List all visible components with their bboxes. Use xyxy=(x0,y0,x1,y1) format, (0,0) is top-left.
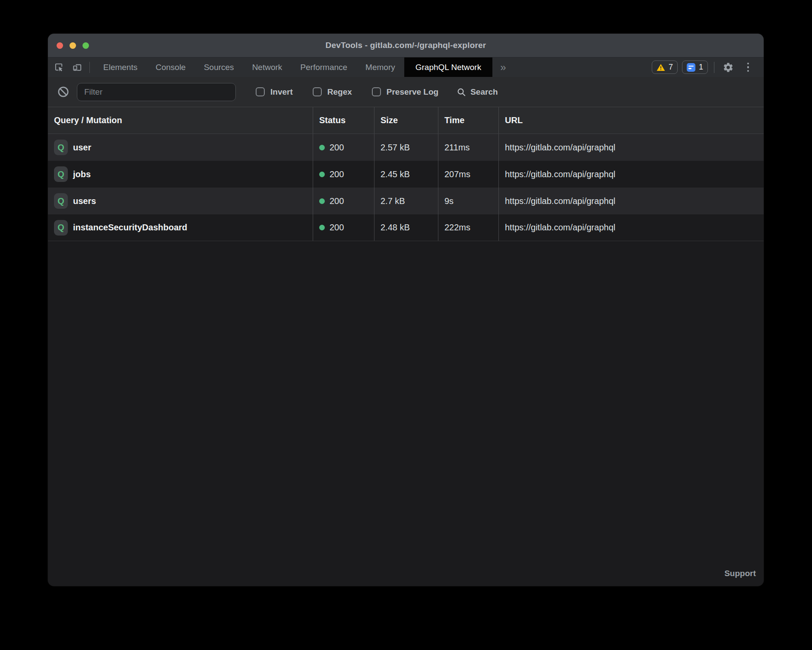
search-label: Search xyxy=(470,87,498,97)
table-header-row: Query / Mutation Status Size Time URL xyxy=(48,107,764,134)
query-type-badge: Q xyxy=(54,193,68,209)
query-name: jobs xyxy=(73,169,91,179)
preserve-log-checkbox[interactable] xyxy=(372,87,381,96)
filter-toolbar: Invert Regex Preserve Log Search xyxy=(48,77,764,107)
empty-panel-area: Support xyxy=(48,241,764,586)
invert-label: Invert xyxy=(270,87,293,97)
preserve-log-checkbox-group[interactable]: Preserve Log xyxy=(372,87,438,97)
status-ok-dot xyxy=(319,145,325,150)
regex-label: Regex xyxy=(327,87,352,97)
issues-count: 1 xyxy=(699,63,703,72)
search-icon xyxy=(457,87,466,97)
table-row[interactable]: Q instanceSecurityDashboard 200 2.48 kB … xyxy=(48,214,764,241)
column-header-status: Status xyxy=(313,107,374,134)
toolbar-divider xyxy=(89,62,90,73)
regex-checkbox[interactable] xyxy=(313,87,322,96)
title-bar: DevTools - gitlab.com/-/graphql-explorer xyxy=(48,34,764,57)
request-time: 222ms xyxy=(438,214,498,241)
toggle-device-toolbar-button[interactable] xyxy=(70,60,84,75)
traffic-lights xyxy=(57,34,89,57)
table-row[interactable]: Q users 200 2.7 kB 9s https://gitlab.com… xyxy=(48,188,764,214)
tab-memory[interactable]: Memory xyxy=(356,57,404,77)
request-table-body: Q user 200 2.57 kB 211ms https://gitlab.… xyxy=(48,134,764,241)
issues-badge[interactable]: 1 xyxy=(682,61,708,74)
tab-bar-right-controls: 7 1 xyxy=(652,60,764,75)
regex-checkbox-group[interactable]: Regex xyxy=(313,87,352,97)
zoom-window-button[interactable] xyxy=(82,42,89,49)
search-button[interactable]: Search xyxy=(457,87,498,97)
controls-divider xyxy=(714,62,714,73)
tab-console[interactable]: Console xyxy=(146,57,195,77)
close-window-button[interactable] xyxy=(57,42,63,49)
devtools-window: DevTools - gitlab.com/-/graphql-explorer xyxy=(48,34,764,586)
tab-sources[interactable]: Sources xyxy=(195,57,243,77)
request-url: https://gitlab.com/api/graphql xyxy=(498,188,764,214)
minimize-window-button[interactable] xyxy=(70,42,76,49)
filter-input[interactable] xyxy=(77,83,236,101)
request-url: https://gitlab.com/api/graphql xyxy=(498,134,764,161)
support-link[interactable]: Support xyxy=(724,569,756,578)
query-name: users xyxy=(73,196,96,206)
status-ok-dot xyxy=(319,225,325,230)
chevron-double-right-icon: » xyxy=(500,61,505,73)
column-header-size: Size xyxy=(374,107,438,134)
settings-button[interactable] xyxy=(720,60,736,75)
status-ok-dot xyxy=(319,198,325,204)
table-row[interactable]: Q jobs 200 2.45 kB 207ms https://gitlab.… xyxy=(48,161,764,188)
status-code: 200 xyxy=(330,143,344,153)
query-type-badge: Q xyxy=(54,220,68,236)
query-type-badge: Q xyxy=(54,140,68,155)
request-time: 207ms xyxy=(438,161,498,188)
warning-triangle-icon xyxy=(657,64,665,71)
invert-checkbox-group[interactable]: Invert xyxy=(256,87,293,97)
request-size: 2.57 kB xyxy=(374,134,438,161)
inspect-cursor-icon xyxy=(54,62,64,72)
more-tabs-button[interactable]: » xyxy=(492,57,513,77)
column-header-time: Time xyxy=(438,107,498,134)
request-size: 2.48 kB xyxy=(374,214,438,241)
gear-icon xyxy=(723,62,734,73)
query-name: instanceSecurityDashboard xyxy=(73,223,187,233)
invert-checkbox[interactable] xyxy=(256,87,265,96)
request-time: 9s xyxy=(438,188,498,214)
request-size: 2.7 kB xyxy=(374,188,438,214)
issues-message-icon xyxy=(687,63,695,72)
warnings-count: 7 xyxy=(669,63,673,72)
tab-network[interactable]: Network xyxy=(243,57,292,77)
inspect-element-button[interactable] xyxy=(51,60,66,75)
window-title: DevTools - gitlab.com/-/graphql-explorer xyxy=(326,41,486,50)
device-toolbar-icon xyxy=(72,62,82,72)
block-icon xyxy=(57,86,69,98)
devtools-tab-bar: Elements Console Sources Network Perform… xyxy=(48,57,764,77)
warnings-badge[interactable]: 7 xyxy=(652,61,678,74)
status-code: 200 xyxy=(330,223,344,233)
request-url: https://gitlab.com/api/graphql xyxy=(498,161,764,188)
table-row[interactable]: Q user 200 2.57 kB 211ms https://gitlab.… xyxy=(48,134,764,161)
tab-performance[interactable]: Performance xyxy=(291,57,356,77)
status-ok-dot xyxy=(319,172,325,177)
preserve-log-label: Preserve Log xyxy=(387,87,438,97)
query-name: user xyxy=(73,143,91,153)
request-url: https://gitlab.com/api/graphql xyxy=(498,214,764,241)
request-time: 211ms xyxy=(438,134,498,161)
request-size: 2.45 kB xyxy=(374,161,438,188)
customize-devtools-button[interactable] xyxy=(740,60,756,75)
status-code: 200 xyxy=(330,196,344,206)
column-header-url: URL xyxy=(498,107,764,134)
column-header-query-mutation: Query / Mutation xyxy=(48,107,313,134)
kebab-menu-icon xyxy=(747,63,749,72)
query-type-badge: Q xyxy=(54,166,68,182)
tab-elements[interactable]: Elements xyxy=(94,57,146,77)
status-code: 200 xyxy=(330,169,344,179)
clear-requests-button[interactable] xyxy=(57,86,69,98)
tab-graphql-network[interactable]: GraphQL Network xyxy=(404,57,492,77)
